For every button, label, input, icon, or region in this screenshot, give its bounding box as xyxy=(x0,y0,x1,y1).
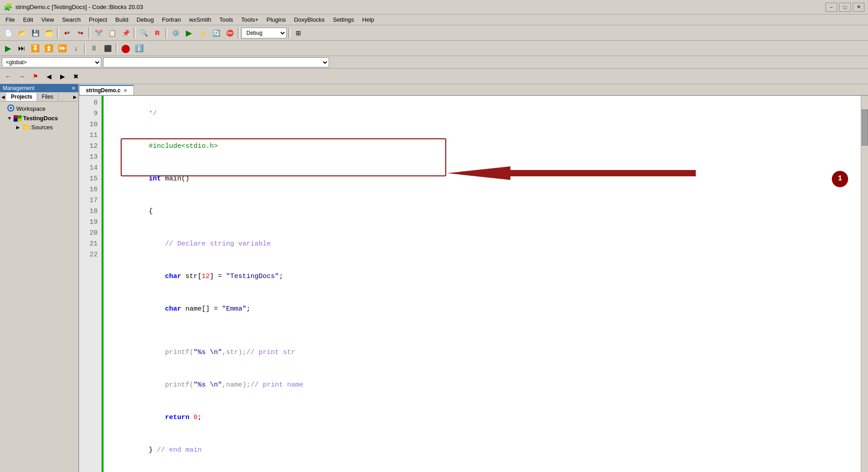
close-tab-icon[interactable]: ✕ xyxy=(123,88,127,93)
mgmt-tab-files[interactable]: Files xyxy=(37,93,58,101)
menu-bar: File Edit View Search Project Build Debu… xyxy=(0,14,868,25)
editor-tabs: stringDemo.c ✕ xyxy=(79,84,868,96)
mgmt-tab-projects[interactable]: Projects xyxy=(6,93,37,101)
code-editor[interactable]: 8 9 10 11 12 13 14 15 16 17 18 19 20 21 … xyxy=(79,96,868,472)
code-comment-end-main: // end main xyxy=(157,446,202,454)
code-line-13: char str[12] = "TestingDocs"; xyxy=(108,260,856,293)
save-button[interactable]: 💾 xyxy=(29,27,42,39)
mgmt-right-arrow[interactable]: ▶ xyxy=(72,92,78,101)
code-line-18: return 0; xyxy=(108,401,856,434)
copy-button[interactable]: 📋 xyxy=(106,27,118,39)
build-run-button[interactable]: ⚡ xyxy=(196,27,209,39)
menu-tools[interactable]: Tools xyxy=(216,15,236,24)
forward-button[interactable]: → xyxy=(15,70,28,83)
debug-step-out-button[interactable]: ⏫ xyxy=(42,42,55,55)
menu-edit[interactable]: Edit xyxy=(19,15,37,24)
line-num-16: 16 xyxy=(83,184,98,195)
code-line-17: printf("%s \n",name);// print name xyxy=(108,369,856,401)
menu-doxyblocks[interactable]: DoxyBlocks xyxy=(290,15,328,24)
prev-bookmark-button[interactable]: ◀ xyxy=(42,70,55,83)
code-char-keyword-14: char xyxy=(165,305,181,313)
redo-button[interactable]: ↪ xyxy=(74,27,87,39)
line-num-13: 13 xyxy=(83,152,98,163)
line-numbers: 8 9 10 11 12 13 14 15 16 17 18 19 20 21 … xyxy=(79,96,102,472)
code-int-keyword: int xyxy=(149,175,161,183)
rebuild-button[interactable]: 🔄 xyxy=(210,27,222,39)
scrollbar-thumb[interactable] xyxy=(862,109,868,146)
line-num-8: 8 xyxy=(83,98,98,109)
code-line-9: #include<stdio.h> xyxy=(108,130,856,163)
code-args-16: ,str); xyxy=(222,349,246,356)
svg-point-2 xyxy=(9,107,12,109)
main-toolbar: 📄 📂 💾 🗂️ ↩ ↪ ✂️ 📋 📌 🔍 R ⚙️ ▶ ⚡ 🔄 ⛔ Debug… xyxy=(0,25,868,41)
tree-workspace[interactable]: Workspace xyxy=(0,104,78,114)
run-button[interactable]: ▶ xyxy=(183,27,195,39)
scope-select[interactable]: <global> xyxy=(2,57,101,67)
back-button[interactable]: ← xyxy=(2,70,14,83)
code-indent-16 xyxy=(149,349,165,356)
debug-run-button[interactable]: ▶ xyxy=(2,42,14,55)
menu-settings[interactable]: Settings xyxy=(329,15,358,24)
line-num-20: 20 xyxy=(83,228,98,239)
management-close[interactable]: ✕ xyxy=(71,85,75,91)
toggle-button[interactable]: ⊞ xyxy=(292,27,305,39)
menu-toolsplus[interactable]: Tools+ xyxy=(238,15,262,24)
svg-rect-6 xyxy=(18,118,22,122)
debug-breakpoint-button[interactable]: ⬤ xyxy=(119,42,132,55)
debug-next-button[interactable]: ⏭ xyxy=(15,42,28,55)
menu-debug[interactable]: Debug xyxy=(133,15,157,24)
debug-pause-button[interactable]: ⏸ xyxy=(88,42,100,55)
replace-button[interactable]: R xyxy=(151,27,164,39)
find-button[interactable]: 🔍 xyxy=(137,27,150,39)
maximize-button[interactable]: □ xyxy=(839,3,851,12)
save-all-button[interactable]: 🗂️ xyxy=(42,27,55,39)
tree-testing-docs[interactable]: ▼ TestingDocs xyxy=(0,114,78,123)
code-line-14: char name[] = "Emma"; xyxy=(108,293,856,326)
clear-bookmarks-button[interactable]: ✖ xyxy=(70,70,82,83)
code-indent-18 xyxy=(149,414,165,421)
svg-rect-3 xyxy=(14,115,18,118)
stop-button[interactable]: ⛔ xyxy=(223,27,236,39)
menu-plugins[interactable]: Plugins xyxy=(263,15,290,24)
debug-info-button[interactable]: ℹ️ xyxy=(133,42,146,55)
debug-sep-1 xyxy=(84,43,86,54)
open-file-button[interactable]: 📂 xyxy=(15,27,28,39)
debug-next2-button[interactable]: ⏩ xyxy=(56,42,69,55)
debug-step-button[interactable]: ⏬ xyxy=(29,42,42,55)
build-config-select[interactable]: Debug Release xyxy=(241,28,287,38)
menu-build[interactable]: Build xyxy=(112,15,132,24)
new-file-button[interactable]: 📄 xyxy=(2,27,14,39)
menu-view[interactable]: View xyxy=(38,15,57,24)
code-semi-13: ; xyxy=(279,273,283,280)
function-select[interactable] xyxy=(103,57,329,67)
cut-button[interactable]: ✂️ xyxy=(92,27,105,39)
menu-file[interactable]: File xyxy=(2,15,19,24)
close-button[interactable]: ✕ xyxy=(853,3,864,12)
code-main: main() xyxy=(161,175,189,183)
management-header: Management ✕ xyxy=(0,84,78,92)
code-content-area[interactable]: */ #include<stdio.h> int main() { // Dec… xyxy=(104,96,861,472)
paste-button[interactable]: 📌 xyxy=(119,27,132,39)
menu-search[interactable]: Search xyxy=(58,15,84,24)
code-brace-close: } xyxy=(149,446,157,454)
debug-stop-button[interactable]: ⬛ xyxy=(101,42,114,55)
next-bookmark-button[interactable]: ▶ xyxy=(56,70,69,83)
nav-toolbar: ← → ⚑ ◀ ▶ ✖ xyxy=(0,69,868,84)
mgmt-left-arrow[interactable]: ◀ xyxy=(0,92,6,101)
window-controls: − □ ✕ xyxy=(826,3,864,12)
code-comment-close: */ xyxy=(149,110,157,118)
editor-tab-stringdemo[interactable]: stringDemo.c ✕ xyxy=(79,85,134,95)
line-num-19: 19 xyxy=(83,217,98,228)
menu-help[interactable]: Help xyxy=(359,15,378,24)
menu-wxsmith[interactable]: wxSmith xyxy=(185,15,215,24)
bookmark-button[interactable]: ⚑ xyxy=(29,70,42,83)
minimize-button[interactable]: − xyxy=(826,3,837,12)
menu-project[interactable]: Project xyxy=(85,15,111,24)
build-settings-button[interactable]: ⚙️ xyxy=(169,27,182,39)
editor-scrollbar[interactable] xyxy=(861,96,868,472)
menu-fortran[interactable]: Fortran xyxy=(158,15,184,24)
sources-label: Sources xyxy=(31,124,53,131)
undo-button[interactable]: ↩ xyxy=(61,27,73,39)
tree-sources[interactable]: ▶ Sources xyxy=(0,123,78,132)
debug-step2-button[interactable]: ↓ xyxy=(70,42,82,55)
